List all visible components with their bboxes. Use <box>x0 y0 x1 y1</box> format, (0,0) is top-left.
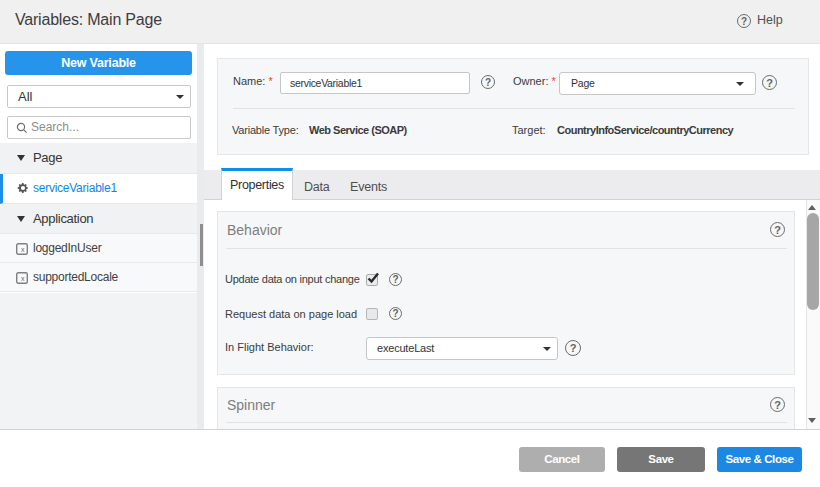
svg-text:x: x <box>21 275 25 282</box>
svg-text:x: x <box>21 246 25 253</box>
